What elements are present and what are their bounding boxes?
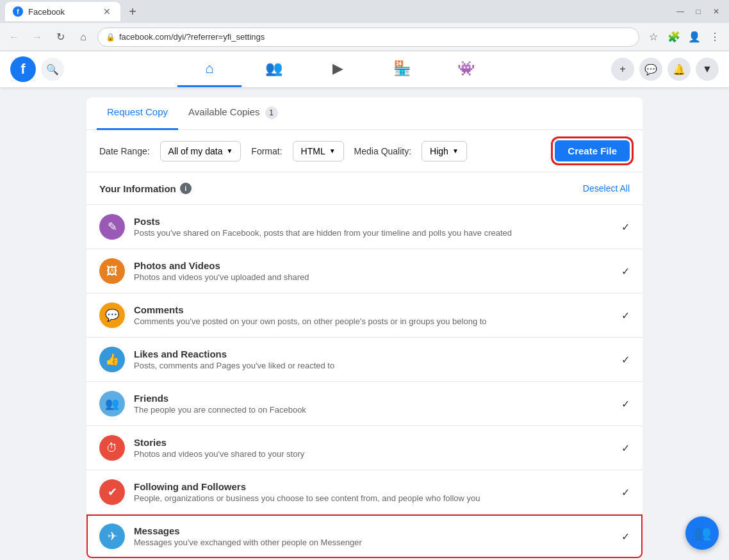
browser-window: f Facebook ✕ + — □ ✕ ← → ↻ ⌂ 🔒 facebook.… <box>0 0 729 560</box>
extensions-btn[interactable]: 🧩 <box>665 28 683 46</box>
close-window-btn[interactable]: ✕ <box>709 4 724 19</box>
date-range-label: Date Range: <box>99 146 150 156</box>
item-title-posts: Posts <box>134 216 612 227</box>
item-text-comments: Comments Comments you've posted on your … <box>134 304 612 326</box>
fb-nav-groups[interactable]: 👾 <box>434 51 498 87</box>
filter-bar: Date Range: All of my data ▼ Format: HTM… <box>86 130 643 172</box>
window-controls: — □ ✕ <box>673 4 724 19</box>
item-desc-comments: Comments you've posted on your own posts… <box>134 317 612 326</box>
item-text-friends: Friends The people you are connected to … <box>134 393 612 415</box>
fb-account-btn[interactable]: ▼ <box>696 58 719 81</box>
item-desc-likes-reactions: Posts, comments and Pages you've liked o… <box>134 361 612 370</box>
item-icon-messages: ✈ <box>99 523 125 549</box>
item-check-friends: ✓ <box>621 398 630 410</box>
browser-toolbar: ← → ↻ ⌂ 🔒 facebook.com/dyi/?referrer=yfi… <box>0 23 729 51</box>
date-range-select[interactable]: All of my data ▼ <box>160 141 242 161</box>
item-check-messages: ✓ <box>621 531 630 543</box>
fb-nav-home[interactable]: ⌂ <box>177 51 242 87</box>
home-btn[interactable]: ⌂ <box>74 28 92 46</box>
item-desc-messages: Messages you've exchanged with other peo… <box>134 538 612 547</box>
item-text-photos-videos: Photos and Videos Photos and videos you'… <box>134 260 612 282</box>
item-text-posts: Posts Posts you've shared on Facebook, p… <box>134 216 612 238</box>
page-content-wrapper: Request Copy Available Copies 1 Date Ran… <box>76 87 653 560</box>
data-item-comments[interactable]: 💬 Comments Comments you've posted on you… <box>86 293 643 338</box>
new-tab-btn[interactable]: + <box>123 2 142 21</box>
item-text-following-followers: Following and Followers People, organiza… <box>134 481 612 503</box>
fb-header-actions: + 💬 🔔 ▼ <box>611 58 719 81</box>
toolbar-actions: ☆ 🧩 👤 ⋮ <box>644 28 724 46</box>
date-range-arrow: ▼ <box>226 147 233 154</box>
deselect-all-btn[interactable]: Deselect All <box>583 183 630 194</box>
item-icon-friends: 👥 <box>99 391 125 416</box>
browser-titlebar: f Facebook ✕ + — □ ✕ <box>0 0 729 23</box>
facebook-header: f 🔍 ⌂ 👥 ▶ 🏪 👾 + 💬 🔔 ▼ <box>0 51 729 87</box>
item-desc-photos-videos: Photos and videos you've uploaded and sh… <box>134 272 612 282</box>
item-icon-photos-videos: 🖼 <box>99 258 125 284</box>
item-icon-stories: ⏱ <box>99 435 125 461</box>
tab-favicon: f <box>13 6 23 17</box>
item-title-photos-videos: Photos and Videos <box>134 260 612 271</box>
item-icon-comments: 💬 <box>99 302 125 328</box>
info-icon: i <box>180 183 192 194</box>
fb-navigation: ⌂ 👥 ▶ 🏪 👾 <box>64 51 611 87</box>
data-item-likes-reactions[interactable]: 👍 Likes and Reactions Posts, comments an… <box>86 338 643 382</box>
fb-search-btn[interactable]: 🔍 <box>41 58 64 81</box>
item-check-following-followers: ✓ <box>621 486 630 498</box>
item-title-messages: Messages <box>134 525 612 536</box>
back-btn[interactable]: ← <box>5 28 23 46</box>
item-check-likes-reactions: ✓ <box>621 354 630 366</box>
item-check-posts: ✓ <box>621 221 630 233</box>
fb-nav-marketplace[interactable]: 🏪 <box>370 51 434 87</box>
info-title: Your Information i <box>99 183 192 194</box>
browser-tab[interactable]: f Facebook ✕ <box>5 2 120 21</box>
tabs-bar: Request Copy Available Copies 1 <box>86 97 643 130</box>
tab-available-copies[interactable]: Available Copies 1 <box>178 97 288 130</box>
menu-btn[interactable]: ⋮ <box>706 28 724 46</box>
item-icon-posts: ✎ <box>99 214 125 240</box>
media-quality-label: Media Quality: <box>354 146 411 156</box>
item-check-photos-videos: ✓ <box>621 265 630 277</box>
bookmark-btn[interactable]: ☆ <box>644 28 662 46</box>
item-desc-friends: The people you are connected to on Faceb… <box>134 405 612 415</box>
data-items-list: ✎ Posts Posts you've shared on Facebook,… <box>86 205 643 558</box>
create-file-button[interactable]: Create File <box>555 140 630 161</box>
lock-icon: 🔒 <box>106 33 115 42</box>
tab-close-btn[interactable]: ✕ <box>101 6 113 17</box>
fb-notifications-btn[interactable]: 🔔 <box>668 58 691 81</box>
format-label: Format: <box>251 146 282 156</box>
format-select[interactable]: HTML ▼ <box>293 141 344 161</box>
item-text-messages: Messages Messages you've exchanged with … <box>134 525 612 547</box>
data-item-posts[interactable]: ✎ Posts Posts you've shared on Facebook,… <box>86 205 643 249</box>
item-text-likes-reactions: Likes and Reactions Posts, comments and … <box>134 349 612 370</box>
data-item-stories[interactable]: ⏱ Stories Photos and videos you've share… <box>86 426 643 470</box>
floating-people-btn[interactable]: 👥 <box>685 516 719 550</box>
data-item-following-followers[interactable]: ✔ Following and Followers People, organi… <box>86 470 643 515</box>
item-icon-following-followers: ✔ <box>99 479 125 505</box>
media-quality-arrow: ▼ <box>452 147 459 154</box>
maximize-btn[interactable]: □ <box>691 4 706 19</box>
item-title-stories: Stories <box>134 437 612 448</box>
item-desc-following-followers: People, organizations or business you ch… <box>134 493 612 503</box>
item-title-likes-reactions: Likes and Reactions <box>134 349 612 359</box>
data-item-photos-videos[interactable]: 🖼 Photos and Videos Photos and videos yo… <box>86 249 643 293</box>
profile-btn[interactable]: 👤 <box>685 28 703 46</box>
refresh-btn[interactable]: ↻ <box>51 28 69 46</box>
media-quality-select[interactable]: High ▼ <box>422 141 467 161</box>
fb-messenger-btn[interactable]: 💬 <box>639 58 662 81</box>
data-item-friends[interactable]: 👥 Friends The people you are connected t… <box>86 382 643 426</box>
forward-btn[interactable]: → <box>28 28 46 46</box>
data-item-messages[interactable]: ✈ Messages Messages you've exchanged wit… <box>86 515 643 558</box>
item-check-comments: ✓ <box>621 309 630 322</box>
fb-nav-watch[interactable]: ▶ <box>306 51 370 87</box>
item-title-comments: Comments <box>134 304 612 315</box>
url-text: facebook.com/dyi/?referrer=yfi_settings <box>119 32 265 42</box>
available-copies-badge: 1 <box>265 106 278 119</box>
format-arrow: ▼ <box>329 147 336 154</box>
fb-nav-friends[interactable]: 👥 <box>242 51 306 87</box>
minimize-btn[interactable]: — <box>673 4 688 19</box>
address-bar[interactable]: 🔒 facebook.com/dyi/?referrer=yfi_setting… <box>97 28 639 47</box>
tab-request-copy[interactable]: Request Copy <box>97 97 178 130</box>
info-panel: Your Information i Deselect All <box>86 172 643 205</box>
fb-plus-btn[interactable]: + <box>611 58 634 81</box>
main-content: Request Copy Available Copies 1 Date Ran… <box>0 87 729 560</box>
